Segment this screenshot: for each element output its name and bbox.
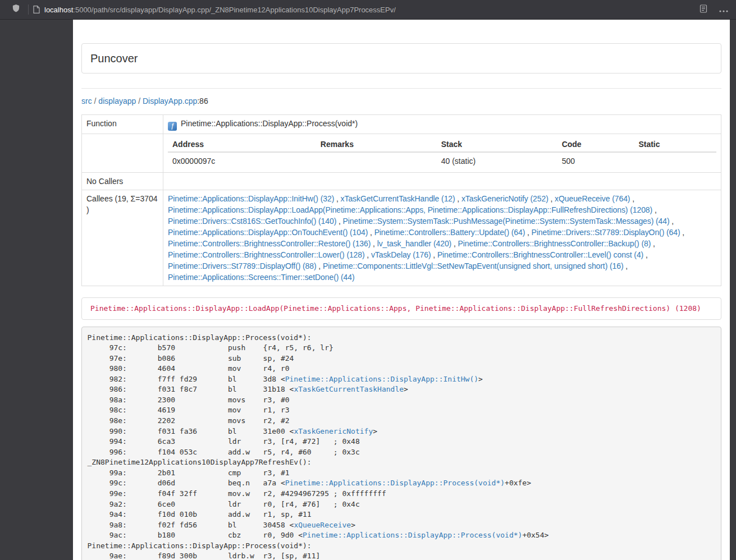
- callees-row: Callees (19, Σ=3704 ) Pinetime::Applicat…: [82, 190, 721, 286]
- app-header-panel: Puncover: [81, 43, 721, 74]
- callee-link[interactable]: Pinetime::Applications::Screens::Timer::…: [168, 273, 355, 282]
- callee-link[interactable]: Pinetime::Controllers::BrightnessControl…: [168, 250, 365, 259]
- reader-view-button[interactable]: [696, 2, 711, 17]
- metrics-row-label: [82, 134, 163, 173]
- no-callers-label: No Callers: [82, 173, 163, 190]
- function-row-label: Function: [82, 115, 163, 134]
- breadcrumb-item[interactable]: displayapp: [98, 97, 136, 105]
- tracking-protection-button[interactable]: [8, 2, 24, 17]
- function-symbol-cell: ƒPinetime::Applications::DisplayApp::Pro…: [163, 115, 721, 134]
- callee-link[interactable]: Pinetime::Applications::DisplayApp::Init…: [168, 194, 334, 203]
- callee-link[interactable]: xQueueReceive (764): [555, 194, 630, 203]
- breadcrumb: src / displayapp / DisplayApp.cpp:86: [81, 95, 721, 107]
- overflow-menu-icon: [719, 4, 728, 15]
- assembly-symbol-link[interactable]: Pinetime::Applications::DisplayApp::Init…: [285, 375, 478, 383]
- metrics-values-row: 0x0000097c 40 (static) 500: [168, 152, 716, 169]
- no-callers-row: No Callers: [82, 173, 721, 190]
- shield-icon: [12, 4, 20, 15]
- callee-link[interactable]: Pinetime::Controllers::BrightnessControl…: [168, 239, 371, 248]
- breadcrumb-item[interactable]: src: [81, 97, 92, 105]
- address-value: 0x0000097c: [168, 152, 316, 169]
- callee-link[interactable]: Pinetime::Components::LittleVgl::SetNewT…: [323, 261, 624, 270]
- function-row: Function ƒPinetime::Applications::Displa…: [82, 115, 721, 134]
- function-symbol: Pinetime::Applications::DisplayApp::Proc…: [181, 119, 358, 128]
- callee-link[interactable]: Pinetime::Applications::DisplayApp::Load…: [168, 205, 652, 214]
- selected-callee-box: Pinetime::Applications::DisplayApp::Load…: [81, 297, 721, 320]
- no-callers-cell: [163, 173, 721, 190]
- toolbar-actions: [696, 2, 732, 17]
- callees-list: Pinetime::Applications::DisplayApp::Init…: [163, 190, 721, 286]
- callee-link[interactable]: vTaskDelay (176): [371, 250, 431, 259]
- callee-link[interactable]: Pinetime::System::SystemTask::PushMessag…: [343, 217, 670, 226]
- callee-link[interactable]: lv_task_handler (420): [377, 239, 452, 248]
- assembly-symbol-link[interactable]: xTaskGetCurrentTaskHandle: [294, 385, 404, 393]
- content-container: Puncover src / displayapp / DisplayApp.c…: [73, 43, 730, 560]
- callee-link[interactable]: xTaskGenericNotify (252): [461, 194, 548, 203]
- metrics-table: Address Remarks Stack Code Static 0x0000…: [168, 137, 716, 169]
- assembly-symbol-link[interactable]: Pinetime::Applications::DisplayApp::Proc…: [285, 479, 505, 487]
- divider: [81, 88, 721, 89]
- app-title[interactable]: Puncover: [90, 52, 138, 65]
- function-icon: ƒ: [168, 122, 177, 131]
- breadcrumb-item[interactable]: DisplayApp.cpp: [143, 97, 197, 105]
- metrics-header-row: Address Remarks Stack Code Static: [168, 137, 716, 152]
- assembly-symbol-link[interactable]: xQueueReceive: [294, 521, 351, 529]
- function-table: Function ƒPinetime::Applications::Displa…: [81, 114, 721, 286]
- callee-link[interactable]: xTaskGetCurrentTaskHandle (12): [341, 194, 455, 203]
- url-text: localhost:5000/path/src/displayapp/Displ…: [44, 6, 396, 14]
- assembly-listing: Pinetime::Applications::DisplayApp::Proc…: [81, 327, 721, 560]
- page-sheet: Puncover src / displayapp / DisplayApp.c…: [73, 20, 730, 560]
- assembly-symbol-link[interactable]: Pinetime::Applications::DisplayApp::Proc…: [303, 531, 522, 539]
- callee-link[interactable]: Pinetime::Drivers::Cst816S::GetTouchInfo…: [168, 217, 336, 226]
- metrics-row: Address Remarks Stack Code Static 0x0000…: [82, 134, 721, 173]
- toolbar-separator: [28, 4, 29, 15]
- breadcrumb-line-number: :86: [197, 97, 208, 105]
- url-host: localhost: [44, 6, 73, 14]
- assembly-symbol-link[interactable]: xTaskGenericNotify: [294, 427, 373, 435]
- static-value: [634, 152, 716, 169]
- column-remarks: Remarks: [316, 137, 437, 152]
- callees-label: Callees (19, Σ=3704 ): [82, 190, 163, 286]
- callee-link[interactable]: Pinetime::Controllers::BrightnessControl…: [458, 239, 651, 248]
- code-value: 500: [557, 152, 634, 169]
- column-stack: Stack: [437, 137, 557, 152]
- address-bar[interactable]: localhost:5000/path/src/displayapp/Displ…: [33, 6, 696, 14]
- metrics-cell: Address Remarks Stack Code Static 0x0000…: [163, 134, 721, 173]
- stack-value: 40 (static): [437, 152, 557, 169]
- breadcrumb-separator: /: [136, 97, 143, 105]
- selected-callee-code: Pinetime::Applications::DisplayApp::Load…: [90, 304, 701, 313]
- callee-link[interactable]: Pinetime::Drivers::St7789::DisplayOff() …: [168, 261, 317, 270]
- browser-toolbar: localhost:5000/path/src/displayapp/Displ…: [0, 0, 736, 20]
- callee-link[interactable]: Pinetime::Controllers::Battery::Update()…: [374, 228, 525, 237]
- callee-link[interactable]: Pinetime::Controllers::BrightnessControl…: [437, 250, 643, 259]
- remarks-value: [316, 152, 437, 169]
- page-icon: [33, 6, 40, 13]
- callee-link[interactable]: Pinetime::Drivers::St7789::DisplayOn() (…: [532, 228, 680, 237]
- reader-view-icon: [700, 4, 707, 15]
- breadcrumb-separator: /: [92, 97, 99, 105]
- overflow-menu-button[interactable]: [716, 2, 732, 17]
- column-code: Code: [557, 137, 634, 152]
- callee-link[interactable]: Pinetime::Applications::DisplayApp::OnTo…: [168, 228, 368, 237]
- column-static: Static: [634, 137, 716, 152]
- url-path: :5000/path/src/displayapp/DisplayApp.cpp…: [73, 6, 396, 14]
- column-address: Address: [168, 137, 316, 152]
